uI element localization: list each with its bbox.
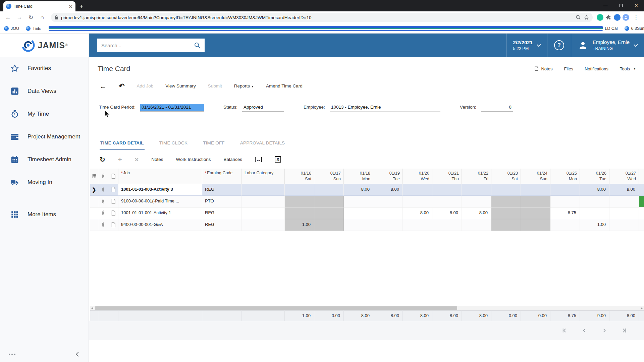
earning-code-cell[interactable]: REG <box>202 207 242 219</box>
profile-avatar[interactable] <box>623 14 629 21</box>
hours-cell[interactable] <box>609 219 639 231</box>
hours-cell[interactable]: 8.00 <box>344 184 373 196</box>
date-column-header[interactable]: 01/16Sat <box>285 169 314 184</box>
hours-cell[interactable] <box>373 207 403 219</box>
hours-cell[interactable]: 8.00 <box>403 207 432 219</box>
file-icon[interactable] <box>108 196 118 207</box>
navigate-back-icon[interactable]: ← <box>100 82 107 89</box>
view-summary-button[interactable]: View Summary <box>165 83 196 88</box>
hours-cell[interactable] <box>314 196 344 207</box>
date-column-header[interactable]: 01/17Sun <box>314 169 344 184</box>
job-cell[interactable]: 1001-01-01-003-Activity 3 <box>118 184 202 196</box>
amend-time-card-button[interactable]: Amend Time Card <box>266 83 303 88</box>
hours-cell[interactable] <box>432 219 462 231</box>
url-bar[interactable]: primedev1.jamisprime.com/davedemo64/Main… <box>51 13 593 22</box>
window-maximize-button[interactable] <box>613 0 629 11</box>
hours-cell[interactable] <box>609 196 639 207</box>
scrollbar-thumb[interactable] <box>95 306 457 310</box>
balances-button[interactable]: Balances <box>223 157 242 162</box>
grid-settings-icon[interactable] <box>90 169 98 184</box>
hours-cell[interactable] <box>491 219 521 231</box>
business-date-selector[interactable]: 2/2/2021 5:22 PM <box>506 34 547 57</box>
hours-cell[interactable] <box>521 219 550 231</box>
hours-cell[interactable] <box>491 196 521 207</box>
sidebar-item-more-items[interactable]: More Items <box>0 203 89 226</box>
browser-menu-icon[interactable]: ⋮ <box>631 13 641 22</box>
date-column-header[interactable]: 01/25Mon <box>550 169 580 184</box>
hours-cell[interactable] <box>462 196 491 207</box>
date-column-header[interactable]: 01/21Thu <box>432 169 462 184</box>
earning-code-cell[interactable]: REG <box>202 219 242 231</box>
sidebar-collapse-icon[interactable] <box>76 352 80 357</box>
refresh-icon[interactable]: ↻ <box>26 13 36 22</box>
delete-row-icon[interactable]: × <box>135 156 139 163</box>
hours-cell[interactable]: 8.00 <box>373 184 403 196</box>
notes-link[interactable]: Notes <box>534 66 552 72</box>
fit-columns-icon[interactable]: ↔ <box>255 157 262 162</box>
table-row[interactable]: ❯1001-01-01-003-Activity 3REG8.008.008.0… <box>90 184 644 196</box>
hours-cell[interactable] <box>403 184 432 196</box>
hours-cell[interactable] <box>432 184 462 196</box>
user-menu[interactable]: Employee, Ernie TRAINING <box>571 34 644 57</box>
hours-cell[interactable] <box>314 184 344 196</box>
hours-cell[interactable] <box>285 207 314 219</box>
first-page-icon[interactable] <box>561 327 568 334</box>
hours-cell[interactable] <box>344 196 373 207</box>
job-cell[interactable]: 9100-00-00-001(-Paid Time ... <box>118 196 202 207</box>
bookmark-star-icon[interactable] <box>584 15 589 20</box>
hours-cell[interactable] <box>344 219 373 231</box>
hours-cell[interactable] <box>285 196 314 207</box>
hours-cell[interactable] <box>432 196 462 207</box>
bookmark-item-jou[interactable]: JOU <box>4 26 19 31</box>
hours-cell[interactable] <box>521 207 550 219</box>
job-column-header[interactable]: *Job <box>118 169 202 184</box>
earning-code-column-header[interactable]: *Earning Code <box>202 169 242 184</box>
date-column-header[interactable]: 01/20Wed <box>403 169 432 184</box>
hours-cell[interactable] <box>580 196 609 207</box>
hours-cell[interactable] <box>462 219 491 231</box>
last-page-icon[interactable] <box>621 327 628 334</box>
job-cell[interactable]: 9400-00-00-001-G&A <box>118 219 202 231</box>
field-value[interactable]: 01/16/2021 - 01/31/2021 <box>140 104 204 112</box>
tab-time-clock[interactable]: TIME CLOCK <box>159 139 189 150</box>
paperclip-icon[interactable] <box>98 219 108 231</box>
hours-cell[interactable] <box>491 184 521 196</box>
sidebar-item-data-views[interactable]: Data Views <box>0 80 89 103</box>
hours-cell[interactable]: 8.75 <box>550 207 580 219</box>
date-column-header[interactable]: 01/27Wed <box>609 169 639 184</box>
labor-category-cell[interactable] <box>242 196 285 207</box>
date-column-header[interactable]: 01/19Tue <box>373 169 403 184</box>
hours-cell[interactable] <box>314 207 344 219</box>
labor-category-cell[interactable] <box>242 207 285 219</box>
date-column-header[interactable]: 01/24Sun <box>521 169 550 184</box>
undo-icon[interactable]: ↶ <box>119 82 125 89</box>
earning-code-cell[interactable]: PTO <box>202 196 242 207</box>
hours-cell[interactable] <box>550 219 580 231</box>
sidebar-item-favorites[interactable]: Favorites <box>0 57 89 80</box>
grammarly-extension-icon[interactable] <box>597 14 603 21</box>
file-icon[interactable] <box>108 219 118 231</box>
tools-link[interactable]: Tools▼ <box>620 66 636 71</box>
hours-cell[interactable] <box>285 184 314 196</box>
scroll-right-icon[interactable] <box>641 307 643 310</box>
home-icon[interactable]: ⌂ <box>38 13 47 22</box>
row-expand-chevron-icon[interactable]: ❯ <box>90 184 98 196</box>
earning-code-cell[interactable]: REG <box>202 184 242 196</box>
files-link[interactable]: Files <box>564 66 573 71</box>
forward-icon[interactable]: → <box>15 13 24 22</box>
hours-cell[interactable] <box>521 196 550 207</box>
sidebar-more-icon[interactable] <box>9 354 15 355</box>
horizontal-scrollbar[interactable] <box>90 306 644 310</box>
hours-cell[interactable] <box>580 207 609 219</box>
paperclip-icon[interactable] <box>98 207 108 219</box>
refresh-grid-icon[interactable]: ↻ <box>100 156 105 163</box>
export-excel-icon[interactable]: X <box>275 156 281 163</box>
hours-cell[interactable] <box>550 196 580 207</box>
table-row[interactable]: 9400-00-00-001-G&AREG1.001.00 <box>90 219 644 231</box>
bookmark-item-t-e[interactable]: T&E <box>26 26 41 31</box>
file-icon[interactable] <box>108 184 118 196</box>
hours-cell[interactable] <box>344 207 373 219</box>
prev-page-icon[interactable] <box>581 327 588 334</box>
hours-cell[interactable] <box>373 219 403 231</box>
window-minimize-button[interactable]: — <box>598 0 613 11</box>
